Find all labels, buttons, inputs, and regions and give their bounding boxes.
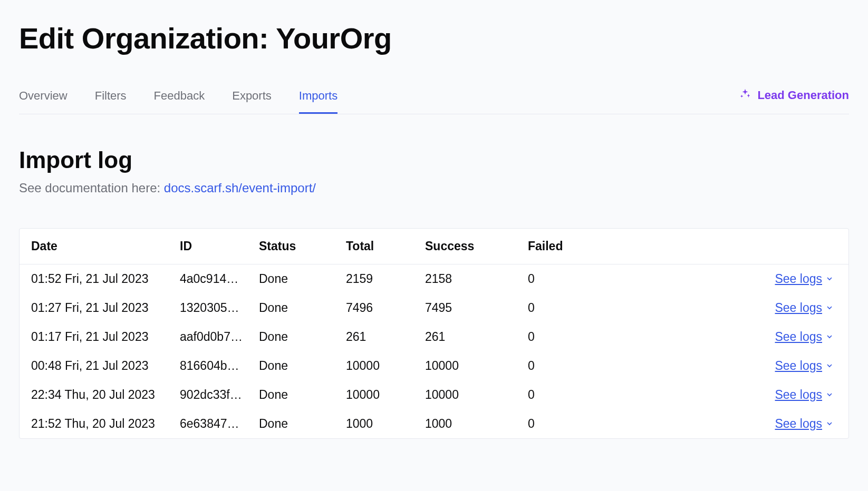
cell-success: 2158 [418,264,520,294]
cell-status: Done [252,351,339,380]
sparkle-icon [739,88,751,103]
see-logs-button[interactable]: See logs [775,301,834,315]
see-logs-button[interactable]: See logs [775,359,834,373]
cell-action: See logs [600,264,848,294]
cell-action: See logs [600,351,848,380]
chevron-down-icon [825,359,834,373]
tab-imports[interactable]: Imports [299,82,337,114]
table-row: 01:17 Fri, 21 Jul 2023aaf0d0b7-…Done2612… [20,322,848,351]
lead-generation-link[interactable]: Lead Generation [739,88,849,108]
cell-action: See logs [600,293,848,322]
cell-status: Done [252,264,339,294]
chevron-down-icon [825,417,834,431]
cell-status: Done [252,322,339,351]
import-log-table-card: Date ID Status Total Success Failed 01:5… [19,228,849,439]
see-logs-button[interactable]: See logs [775,417,834,431]
see-logs-label: See logs [775,388,822,402]
section-title: Import log [19,114,849,181]
col-header-failed: Failed [520,229,600,264]
cell-status: Done [252,409,339,438]
table-row: 21:52 Thu, 20 Jul 20236e638470-…Done1000… [20,409,848,438]
see-logs-label: See logs [775,330,822,344]
cell-failed: 0 [520,351,600,380]
cell-id: aaf0d0b7-… [172,322,252,351]
cell-date: 21:52 Thu, 20 Jul 2023 [20,409,172,438]
see-logs-label: See logs [775,417,822,431]
doc-line: See documentation here: docs.scarf.sh/ev… [19,181,849,195]
cell-date: 01:17 Fri, 21 Jul 2023 [20,322,172,351]
cell-action: See logs [600,380,848,409]
cell-date: 01:52 Fri, 21 Jul 2023 [20,264,172,294]
see-logs-button[interactable]: See logs [775,330,834,344]
cell-action: See logs [600,409,848,438]
chevron-down-icon [825,301,834,315]
cell-status: Done [252,293,339,322]
table-row: 01:27 Fri, 21 Jul 202313203054-…Done7496… [20,293,848,322]
page-title: Edit Organization: YourOrg [19,0,849,82]
cell-total: 261 [339,322,418,351]
chevron-down-icon [825,272,834,286]
cell-total: 7496 [339,293,418,322]
cell-total: 2159 [339,264,418,294]
see-logs-label: See logs [775,301,822,315]
cell-date: 22:34 Thu, 20 Jul 2023 [20,380,172,409]
table-row: 22:34 Thu, 20 Jul 2023902dc33f-…Done1000… [20,380,848,409]
col-header-success: Success [418,229,520,264]
cell-date: 00:48 Fri, 21 Jul 2023 [20,351,172,380]
cell-failed: 0 [520,322,600,351]
chevron-down-icon [825,388,834,402]
cell-id: 6e638470-… [172,409,252,438]
cell-id: 4a0c9144-… [172,264,252,294]
lead-generation-label: Lead Generation [757,89,849,102]
col-header-date: Date [20,229,172,264]
table-row: 00:48 Fri, 21 Jul 2023816604bb-…Done1000… [20,351,848,380]
import-log-table: Date ID Status Total Success Failed 01:5… [20,229,848,438]
cell-date: 01:27 Fri, 21 Jul 2023 [20,293,172,322]
table-row: 01:52 Fri, 21 Jul 20234a0c9144-…Done2159… [20,264,848,294]
cell-success: 7495 [418,293,520,322]
cell-id: 13203054-… [172,293,252,322]
cell-failed: 0 [520,409,600,438]
col-header-action [600,229,848,264]
cell-failed: 0 [520,380,600,409]
cell-status: Done [252,380,339,409]
tab-overview[interactable]: Overview [19,82,67,114]
doc-link[interactable]: docs.scarf.sh/event-import/ [164,181,316,195]
cell-success: 10000 [418,351,520,380]
see-logs-label: See logs [775,359,822,373]
doc-prefix: See documentation here: [19,181,164,195]
col-header-status: Status [252,229,339,264]
cell-success: 10000 [418,380,520,409]
cell-id: 816604bb-… [172,351,252,380]
cell-action: See logs [600,322,848,351]
tabs: OverviewFiltersFeedbackExportsImports [19,82,337,114]
cell-failed: 0 [520,264,600,294]
table-header-row: Date ID Status Total Success Failed [20,229,848,264]
see-logs-button[interactable]: See logs [775,272,834,286]
cell-id: 902dc33f-… [172,380,252,409]
see-logs-button[interactable]: See logs [775,388,834,402]
col-header-id: ID [172,229,252,264]
cell-success: 261 [418,322,520,351]
tab-filters[interactable]: Filters [95,82,127,114]
cell-total: 1000 [339,409,418,438]
tab-exports[interactable]: Exports [232,82,272,114]
see-logs-label: See logs [775,272,822,286]
chevron-down-icon [825,330,834,344]
cell-total: 10000 [339,380,418,409]
cell-total: 10000 [339,351,418,380]
cell-success: 1000 [418,409,520,438]
tabs-row: OverviewFiltersFeedbackExportsImports Le… [19,82,849,114]
col-header-total: Total [339,229,418,264]
tab-feedback[interactable]: Feedback [154,82,205,114]
cell-failed: 0 [520,293,600,322]
